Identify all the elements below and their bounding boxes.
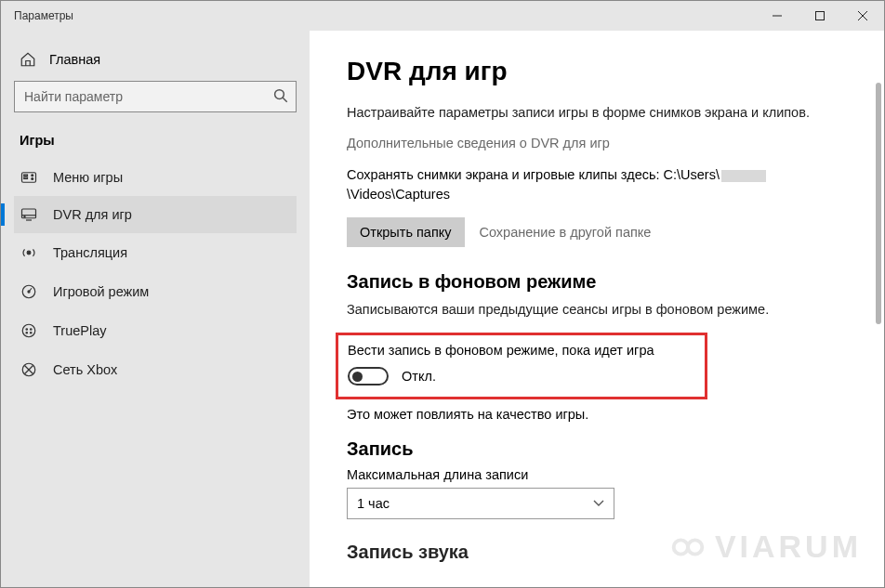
- svg-rect-1: [816, 12, 825, 20]
- record-heading: Запись: [347, 438, 847, 460]
- intro-text: Настраивайте параметры записи игры в фор…: [347, 103, 847, 123]
- dvr-icon: [20, 207, 38, 222]
- xbox-icon: [20, 361, 38, 378]
- save-elsewhere-link[interactable]: Сохранение в другой папке: [480, 225, 652, 240]
- redacted-username: [721, 170, 766, 182]
- svg-point-22: [26, 333, 28, 334]
- sidebar-item-label: DVR для игр: [53, 207, 132, 222]
- sidebar-item-label: Игровой режим: [53, 284, 149, 299]
- max-length-label: Максимальная длина записи: [347, 467, 847, 482]
- svg-point-13: [24, 216, 25, 217]
- svg-point-21: [31, 329, 33, 331]
- page-title: DVR для игр: [347, 57, 847, 86]
- sidebar-item-dvr[interactable]: DVR для игр: [14, 196, 297, 233]
- toggle-knob: [352, 372, 363, 382]
- max-length-value: 1 час: [357, 496, 390, 511]
- sidebar-item-xbox-network[interactable]: Сеть Xbox: [14, 350, 297, 389]
- background-toggle-label: Вести запись в фоновом режиме, пока идет…: [348, 343, 695, 358]
- maximize-button[interactable]: [799, 1, 841, 31]
- svg-point-4: [275, 90, 284, 99]
- sidebar-item-game-mode[interactable]: Игровой режим: [14, 272, 297, 311]
- broadcast-icon: [20, 244, 38, 261]
- sidebar-item-label: Трансляция: [53, 245, 127, 260]
- window-controls: [756, 1, 884, 31]
- game-bar-icon: [20, 171, 38, 184]
- sidebar-item-broadcast[interactable]: Трансляция: [14, 233, 297, 272]
- sidebar-item-label: TruePlay: [53, 323, 106, 338]
- trueplay-icon: [20, 322, 38, 339]
- gauge-icon: [20, 283, 38, 300]
- svg-point-18: [28, 291, 30, 293]
- sidebar-item-label: Сеть Xbox: [53, 362, 117, 377]
- search-box[interactable]: [14, 81, 297, 112]
- sidebar-item-game-menu[interactable]: Меню игры: [14, 159, 297, 196]
- toggle-state-label: Откл.: [402, 369, 436, 384]
- svg-point-9: [32, 175, 33, 176]
- home-icon: [20, 51, 36, 68]
- audio-record-heading: Запись звука: [347, 542, 847, 563]
- svg-point-15: [27, 251, 31, 255]
- svg-rect-7: [24, 175, 28, 176]
- sidebar-item-label: Меню игры: [53, 170, 123, 185]
- sidebar-category: Игры: [14, 129, 297, 159]
- background-record-toggle[interactable]: [348, 367, 389, 385]
- background-record-desc: Записываются ваши предыдущие сеансы игры…: [347, 300, 847, 320]
- save-path-text: Сохранять снимки экрана и игровые клипы …: [347, 165, 847, 204]
- sidebar: Главная Игры Меню игры DVR для игр: [1, 31, 310, 587]
- background-record-heading: Запись в фоновом режиме: [347, 271, 847, 293]
- sidebar-home-label: Главная: [49, 52, 100, 67]
- close-button[interactable]: [841, 1, 884, 31]
- max-length-select[interactable]: 1 час: [347, 488, 614, 519]
- svg-rect-8: [24, 177, 28, 179]
- background-record-hint: Это может повлиять на качество игры.: [347, 407, 847, 422]
- svg-point-23: [31, 333, 33, 334]
- svg-line-5: [283, 98, 287, 102]
- main-panel: DVR для игр Настраивайте параметры запис…: [310, 31, 884, 587]
- search-input[interactable]: [14, 81, 297, 112]
- svg-point-19: [22, 324, 35, 337]
- search-icon: [272, 87, 289, 104]
- sidebar-home[interactable]: Главная: [14, 42, 297, 81]
- window-title: Параметры: [14, 9, 73, 22]
- chevron-down-icon: [593, 500, 604, 507]
- scrollbar-thumb[interactable]: [876, 83, 881, 324]
- svg-point-10: [32, 178, 33, 180]
- more-info-link[interactable]: Дополнительные сведения о DVR для игр: [347, 136, 847, 150]
- sidebar-item-trueplay[interactable]: TruePlay: [14, 311, 297, 350]
- minimize-button[interactable]: [756, 1, 799, 31]
- open-folder-button[interactable]: Открыть папку: [347, 217, 465, 247]
- vertical-scrollbar[interactable]: [868, 31, 883, 586]
- highlight-annotation: Вести запись в фоновом режиме, пока идет…: [336, 333, 707, 399]
- svg-point-20: [26, 329, 28, 331]
- titlebar: Параметры: [1, 1, 884, 31]
